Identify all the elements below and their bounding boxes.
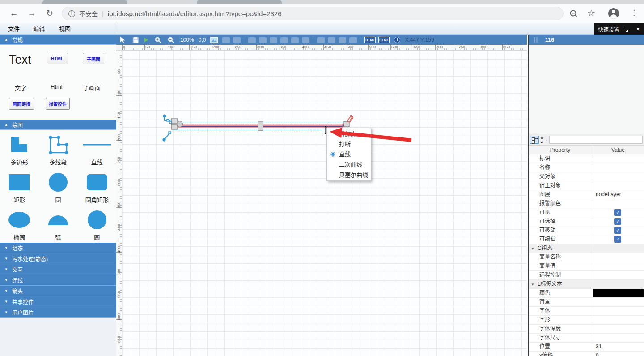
palette-section-label: 共享控件 <box>12 298 34 305</box>
palette-section-collapsed[interactable]: ▼连线 <box>0 275 116 286</box>
property-row: 字体尺寸 <box>529 334 644 343</box>
zoom-out-icon[interactable] <box>167 36 174 43</box>
context-menu-item[interactable]: 二次曲线 <box>327 159 371 170</box>
design-canvas[interactable]: 增加点打断直线二次曲线贝塞尔曲线 <box>122 51 527 356</box>
context-menu-item[interactable]: 直线 <box>327 149 371 159</box>
property-value-cell[interactable] <box>592 253 644 262</box>
distribute-v-icon[interactable] <box>349 37 357 43</box>
html-export-icon[interactable]: HTML <box>364 37 376 43</box>
tool-shape-polygon[interactable]: 多边形 <box>0 130 39 167</box>
tool-alarm-control[interactable]: 报警控件 <box>46 98 70 110</box>
collapse-down-icon: ▼ <box>4 278 8 282</box>
palette-section-collapsed[interactable]: ▼组态 <box>0 243 116 253</box>
property-value-cell[interactable] <box>592 334 644 343</box>
property-value-cell[interactable] <box>592 325 644 334</box>
group-icon[interactable] <box>222 37 230 43</box>
property-value-cell[interactable] <box>592 307 644 316</box>
align-middle-icon[interactable] <box>291 37 299 43</box>
property-value-cell[interactable]: 0 <box>592 352 644 356</box>
property-value-cell[interactable] <box>592 262 644 271</box>
save-icon[interactable] <box>132 37 139 43</box>
tool-shape-circle[interactable]: 圆 <box>77 205 116 243</box>
align-right-icon[interactable] <box>270 37 277 43</box>
zoom-page-icon[interactable] <box>569 9 579 19</box>
tool-shape-polyline[interactable]: 多线段 <box>39 130 78 167</box>
property-value-cell[interactable] <box>592 289 644 298</box>
quick-settings-button[interactable]: 快速设置 ▼ <box>594 23 644 35</box>
reload-icon[interactable]: ↻ <box>44 8 55 19</box>
palette-section-collapsed[interactable]: ▼污水处理(静态) <box>0 253 116 264</box>
palette-section-collapsed[interactable]: ▼用户图片 <box>0 307 116 318</box>
ungroup-icon[interactable] <box>233 37 241 43</box>
property-value-cell[interactable] <box>592 298 644 307</box>
menu-view[interactable]: 视图 <box>56 23 73 34</box>
tool-shape-rounded[interactable]: 圆角矩形 <box>77 167 116 205</box>
checkbox-checked-icon[interactable]: ✓ <box>614 236 621 243</box>
tool-subscreen[interactable]: 子画面 <box>83 53 104 64</box>
tool-shape-circle[interactable]: 圆 <box>39 167 78 205</box>
forward-icon[interactable]: → <box>26 8 38 19</box>
property-value-cell[interactable] <box>592 172 644 181</box>
checkbox-checked-icon[interactable]: ✓ <box>614 227 621 234</box>
property-filter-input[interactable] <box>549 136 643 144</box>
color-swatch[interactable] <box>593 289 644 297</box>
context-menu-item[interactable]: 增加点 <box>327 129 371 139</box>
property-value-cell[interactable] <box>592 271 644 280</box>
tool-shape-arc[interactable]: 弧 <box>39 205 78 243</box>
select-cursor-icon[interactable] <box>120 36 126 43</box>
tool-html[interactable]: HTML <box>47 53 68 64</box>
context-menu-item[interactable]: 打断 <box>327 139 371 149</box>
page-info-icon[interactable]: i <box>68 10 75 17</box>
property-value-cell[interactable]: nodeLayer <box>592 190 644 199</box>
profile-avatar-icon[interactable] <box>608 8 619 19</box>
ruler-tick-label: 600 <box>391 45 398 49</box>
tool-text[interactable]: Text <box>9 53 31 67</box>
html-preview-icon[interactable]: HTML <box>378 37 390 43</box>
property-value-cell[interactable] <box>592 163 644 172</box>
object-tree-area[interactable] <box>529 45 644 134</box>
property-value-cell[interactable] <box>592 154 644 163</box>
tool-screen-link[interactable]: 画面链接 <box>9 98 34 110</box>
zoom-in-icon[interactable] <box>154 36 161 43</box>
ruler-tick-label: 150 <box>190 45 197 49</box>
panel-tab-label[interactable]: 116 <box>545 37 554 43</box>
bring-front-icon[interactable] <box>317 37 325 43</box>
tool-shape-ellipse[interactable]: 椭圆 <box>0 205 39 243</box>
sort-az-icon[interactable]: AZ <box>540 136 548 144</box>
checkbox-checked-icon[interactable]: ✓ <box>614 209 621 216</box>
back-icon[interactable]: ← <box>8 8 20 19</box>
property-value-cell[interactable] <box>592 199 644 208</box>
align-bottom-icon[interactable] <box>302 37 309 43</box>
run-icon[interactable] <box>144 37 148 43</box>
property-value-cell[interactable]: ✓ <box>592 208 644 217</box>
palette-section-collapsed[interactable]: ▼交互 <box>0 264 116 275</box>
url-bar[interactable]: i 不安全 | iot.idosp.net/html/scada/editor.… <box>62 7 564 20</box>
send-back-icon[interactable] <box>328 37 335 43</box>
distribute-h-icon[interactable] <box>339 37 346 43</box>
checkbox-checked-icon[interactable]: ✓ <box>614 218 621 225</box>
palette-section-collapsed[interactable]: ▼共享控件 <box>0 296 116 307</box>
tool-shape-rect[interactable]: 矩形 <box>0 167 39 205</box>
context-menu-item[interactable]: 贝塞尔曲线 <box>327 170 371 180</box>
align-left-icon[interactable] <box>248 37 256 43</box>
property-value-cell[interactable] <box>592 181 644 190</box>
align-center-icon[interactable] <box>259 37 267 43</box>
browser-menu-icon[interactable]: ⋮ <box>630 8 638 17</box>
palette-section-draw[interactable]: ▲ 绘图 <box>0 120 116 130</box>
background-image-icon[interactable] <box>210 37 218 43</box>
categorized-view-icon[interactable] <box>530 136 539 144</box>
property-value-cell[interactable]: ✓ <box>592 235 644 244</box>
palette-section-general[interactable]: ▲ 常规 <box>0 35 116 45</box>
bookmark-star-icon[interactable]: ☆ <box>587 8 595 18</box>
property-value-cell[interactable]: 31 <box>592 343 644 352</box>
palette-section-collapsed[interactable]: ▼箭头 <box>0 286 116 296</box>
align-top-icon[interactable] <box>280 37 288 43</box>
property-value-text: nodeLayer <box>596 191 621 197</box>
property-value-cell[interactable]: ✓ <box>592 217 644 226</box>
menu-file[interactable]: 文件 <box>5 23 22 34</box>
menu-edit[interactable]: 编辑 <box>30 23 47 34</box>
property-value-cell[interactable] <box>592 316 644 325</box>
tool-shape-line[interactable]: 直线 <box>77 130 116 167</box>
property-value-cell[interactable]: ✓ <box>592 226 644 235</box>
info-icon[interactable]: i <box>394 37 400 43</box>
